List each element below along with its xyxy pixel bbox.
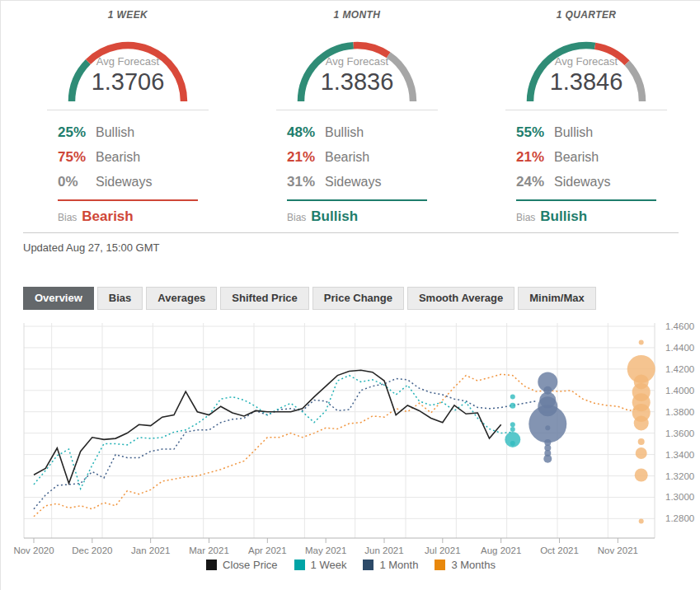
y-axis-tick-label: 1.4400 <box>665 343 694 353</box>
series-line-1-month[interactable] <box>34 379 536 509</box>
gauge-1-month: Avg Forecast 1.3836 <box>287 26 427 105</box>
forecast-bubble-1-week[interactable] <box>510 441 515 446</box>
series-line-1-week[interactable] <box>34 376 513 489</box>
bias-underline <box>516 199 656 201</box>
divider <box>47 110 209 110</box>
forecast-bubble-1-week[interactable] <box>510 395 515 400</box>
x-axis-tick-label: Mar 2021 <box>189 546 229 555</box>
x-axis-tick-label: Nov 2021 <box>598 546 638 555</box>
bias-row: BiasBullish <box>516 208 656 225</box>
forecast-bubble-3-months[interactable] <box>638 438 645 445</box>
forecast-bubble-3-months[interactable] <box>635 469 648 482</box>
section-divider <box>23 232 679 233</box>
forecast-card-1-quarter: 1 QUARTER Avg Forecast 1.3846 55% Bullis… <box>474 6 698 225</box>
legend-label: 1 Month <box>379 559 418 571</box>
forecast-bubble-1-week[interactable] <box>510 403 515 409</box>
stats-list: 25% Bullish 75% Bearish 0% Sideways <box>58 120 198 194</box>
stat-row-bearish: 21% Bearish <box>516 145 656 170</box>
divider <box>276 110 438 110</box>
tab-averages[interactable]: Averages <box>146 287 217 310</box>
bearish-label: Bearish <box>325 150 369 165</box>
tab-shifted-price[interactable]: Shifted Price <box>220 287 308 310</box>
legend-item-close-price[interactable]: Close Price <box>206 559 277 571</box>
legend-label: Close Price <box>223 559 277 571</box>
avg-forecast-label: Avg Forecast <box>58 55 198 68</box>
sideways-percent: 24% <box>516 174 554 190</box>
chart-tabs: Overview Bias Averages Shifted Price Pri… <box>23 287 596 310</box>
bullish-percent: 55% <box>516 124 554 141</box>
avg-forecast-label: Avg Forecast <box>287 55 427 68</box>
forecast-bubble-3-months[interactable] <box>634 416 649 431</box>
close-price-swatch-icon <box>206 560 217 570</box>
sideways-label: Sideways <box>325 175 381 190</box>
forecast-bubble-1-week[interactable] <box>510 427 515 432</box>
x-axis-tick-label: Nov 2020 <box>13 546 54 555</box>
bias-value: Bearish <box>82 208 133 224</box>
legend-item-1-week[interactable]: 1 Week <box>294 559 347 571</box>
stat-row-bearish: 75% Bearish <box>58 145 198 170</box>
tab-price-change[interactable]: Price Change <box>312 287 404 310</box>
stat-row-bullish: 55% Bullish <box>516 120 656 145</box>
period-label: 1 MONTH <box>245 9 469 21</box>
forecast-chart: 1.46001.44001.42001.40001.38001.36001.34… <box>1 318 700 558</box>
sideways-label: Sideways <box>96 175 152 190</box>
forecast-bubble-1-month[interactable] <box>543 455 552 463</box>
avg-forecast-value: 1.3846 <box>516 68 656 96</box>
series-line-close-price[interactable] <box>34 370 501 483</box>
bias-value: Bullish <box>540 208 587 224</box>
forecast-card-1-month: 1 MONTH Avg Forecast 1.3836 48% Bullish … <box>245 6 469 225</box>
bullish-label: Bullish <box>325 125 364 140</box>
bias-label: Bias <box>516 212 535 223</box>
bearish-label: Bearish <box>96 150 140 165</box>
forecast-bubble-1-week[interactable] <box>510 422 515 427</box>
forecast-bubble-1-month[interactable] <box>529 405 566 443</box>
avg-forecast-value: 1.3706 <box>58 68 198 96</box>
forecast-bubble-3-months[interactable] <box>639 339 644 344</box>
bullish-label: Bullish <box>554 125 593 140</box>
x-axis-tick-label: Oct 2021 <box>540 546 579 555</box>
forecast-bubble-3-months[interactable] <box>639 519 644 524</box>
y-axis-tick-label: 1.3200 <box>665 471 694 481</box>
stat-row-bearish: 21% Bearish <box>287 145 427 170</box>
period-label: 1 WEEK <box>16 9 240 21</box>
forecast-card-1-week: 1 WEEK Avg Forecast 1.3706 25% Bullish 7… <box>16 6 240 225</box>
y-axis-tick-label: 1.3000 <box>665 492 694 502</box>
x-axis-tick-label: Jul 2021 <box>425 546 460 555</box>
chart-legend: Close Price 1 Week 1 Month 3 Months <box>1 559 700 571</box>
divider <box>505 110 667 110</box>
bearish-percent: 21% <box>516 149 554 166</box>
bias-row: BiasBearish <box>58 208 198 225</box>
avg-forecast-label: Avg Forecast <box>516 55 656 68</box>
x-axis-tick-label: Aug 2021 <box>481 546 521 555</box>
bias-underline <box>287 199 427 201</box>
stat-row-sideways: 24% Sideways <box>516 170 656 194</box>
bearish-percent: 75% <box>58 149 96 166</box>
legend-label: 1 Week <box>311 559 347 571</box>
forecast-cards-row: 1 WEEK Avg Forecast 1.3706 25% Bullish 7… <box>16 6 698 225</box>
gauge-1-quarter: Avg Forecast 1.3846 <box>516 26 656 105</box>
forecast-bubble-1-month[interactable] <box>545 425 550 430</box>
bias-underline <box>58 199 198 201</box>
bias-row: BiasBullish <box>287 208 427 225</box>
tab-minim-max[interactable]: Minim/Max <box>518 287 595 310</box>
stat-row-sideways: 31% Sideways <box>287 170 427 194</box>
forecast-poll-widget: 1 WEEK Avg Forecast 1.3706 25% Bullish 7… <box>0 0 700 590</box>
x-axis-tick-label: Dec 2020 <box>72 546 112 555</box>
forecast-bubble-3-months[interactable] <box>636 447 647 459</box>
sideways-percent: 31% <box>287 174 325 190</box>
tab-smooth-average[interactable]: Smooth Average <box>407 287 514 310</box>
bearish-label: Bearish <box>554 150 599 165</box>
y-axis-tick-label: 1.3400 <box>665 450 694 460</box>
y-axis-tick-label: 1.2800 <box>665 513 694 523</box>
stats-list: 55% Bullish 21% Bearish 24% Sideways <box>516 120 656 194</box>
bias-label: Bias <box>287 212 306 223</box>
tab-bias[interactable]: Bias <box>97 287 143 310</box>
legend-label: 3 Months <box>451 559 495 571</box>
x-axis-tick-label: Jan 2021 <box>131 546 170 555</box>
legend-item-1-month[interactable]: 1 Month <box>363 559 418 571</box>
x-axis-tick-label: Apr 2021 <box>248 546 287 555</box>
y-axis-tick-label: 1.3800 <box>665 407 694 417</box>
tab-overview[interactable]: Overview <box>23 287 94 310</box>
gauge-segment-bearish <box>354 45 388 55</box>
legend-item-3-months[interactable]: 3 Months <box>435 559 495 571</box>
